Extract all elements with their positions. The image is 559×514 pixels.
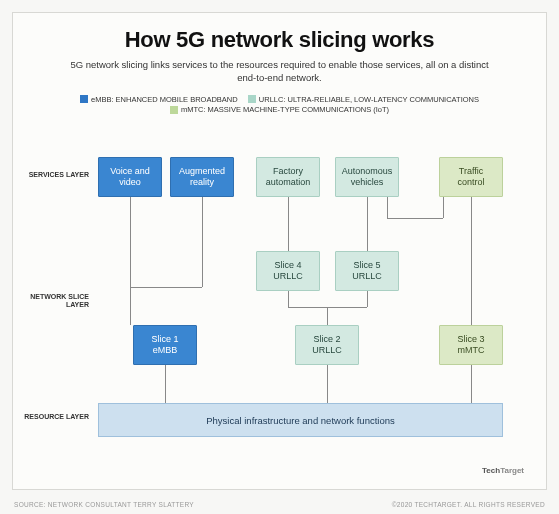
legend-embb: eMBB: ENHANCED MOBILE BROADBAND	[80, 95, 238, 104]
connector	[165, 365, 166, 403]
slice-5: Slice 5URLLC	[335, 251, 399, 291]
box-label: Autonomous vehicles	[340, 166, 394, 188]
resource-layer-box: Physical infrastructure and network func…	[98, 403, 503, 437]
box-label: Physical infrastructure and network func…	[206, 415, 395, 426]
box-label: Slice 1eMBB	[151, 334, 178, 356]
connector	[387, 197, 388, 218]
service-autonomous-vehicles: Autonomous vehicles	[335, 157, 399, 197]
box-label: Augmented reality	[175, 166, 229, 188]
connector	[327, 307, 328, 325]
diagram-title: How 5G network slicing works	[13, 27, 546, 53]
box-label: Voice and video	[103, 166, 157, 188]
slice-2: Slice 2URLLC	[295, 325, 359, 365]
legend: eMBB: ENHANCED MOBILE BROADBAND URLLC: U…	[13, 95, 546, 116]
diagram-frame: How 5G network slicing works 5G network …	[12, 12, 547, 490]
legend-label: mMTC: MASSIVE MACHINE-TYPE COMMUNICATION…	[181, 105, 389, 114]
connector	[387, 218, 443, 219]
techtarget-logo: TechTarget	[482, 466, 524, 475]
connector	[471, 197, 472, 325]
box-label: Slice 5URLLC	[352, 260, 382, 282]
diagram-subtitle: 5G network slicing links services to the…	[70, 59, 490, 85]
slice-1: Slice 1eMBB	[133, 325, 197, 365]
label-resource-layer: RESOURCE LAYER	[13, 413, 89, 421]
connector	[327, 365, 328, 403]
diagram-canvas: How 5G network slicing works 5G network …	[0, 0, 559, 514]
slice-4: Slice 4URLLC	[256, 251, 320, 291]
box-label: Slice 2URLLC	[312, 334, 342, 356]
label-services-layer: SERVICES LAYER	[13, 171, 89, 179]
legend-label: eMBB: ENHANCED MOBILE BROADBAND	[91, 95, 238, 104]
connector	[130, 197, 131, 325]
service-traffic-control: Traffic control	[439, 157, 503, 197]
connector	[202, 197, 203, 287]
legend-mmtc: mMTC: MASSIVE MACHINE-TYPE COMMUNICATION…	[170, 105, 389, 114]
connector	[130, 287, 202, 288]
connector	[288, 197, 289, 251]
legend-urllc: URLLC: ULTRA-RELIABLE, LOW-LATENCY COMMU…	[248, 95, 479, 104]
box-label: Slice 3mMTC	[457, 334, 484, 356]
swatch-icon	[80, 95, 88, 103]
connector	[367, 197, 368, 251]
box-label: Traffic control	[444, 166, 498, 188]
service-voice-video: Voice and video	[98, 157, 162, 197]
legend-label: URLLC: ULTRA-RELIABLE, LOW-LATENCY COMMU…	[259, 95, 479, 104]
label-slice-layer: NETWORK SLICE LAYER	[13, 293, 89, 309]
service-augmented-reality: Augmented reality	[170, 157, 234, 197]
box-label: Slice 4URLLC	[273, 260, 303, 282]
swatch-icon	[248, 95, 256, 103]
footer-copyright: ©2020 TECHTARGET. ALL RIGHTS RESERVED	[392, 501, 545, 508]
connector	[443, 197, 444, 218]
service-factory-automation: Factory automation	[256, 157, 320, 197]
swatch-icon	[170, 106, 178, 114]
slice-3: Slice 3mMTC	[439, 325, 503, 365]
connector	[471, 365, 472, 403]
box-label: Factory automation	[261, 166, 315, 188]
footer-source: SOURCE: NETWORK CONSULTANT TERRY SLATTER…	[14, 501, 194, 508]
connector	[367, 291, 368, 307]
connector	[288, 291, 289, 307]
